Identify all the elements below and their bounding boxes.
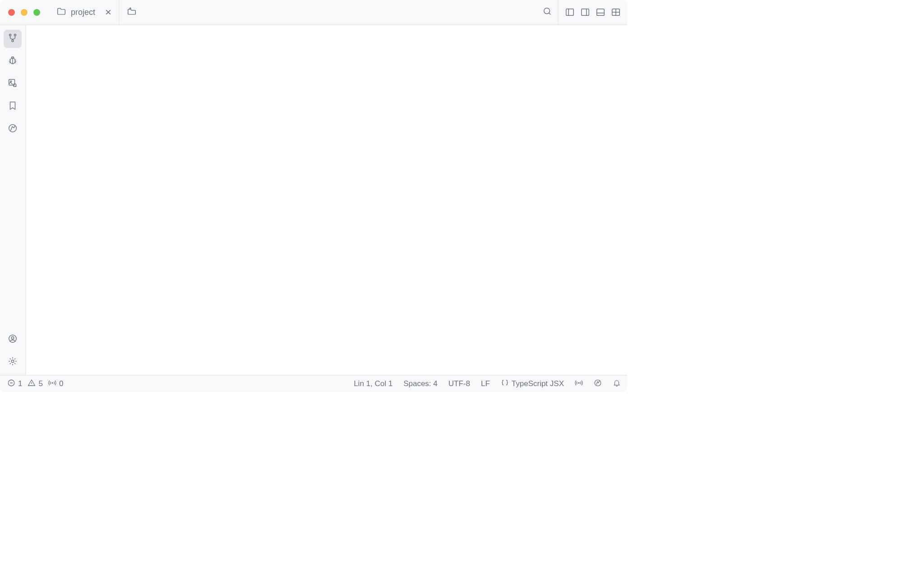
broadcast-icon — [575, 379, 583, 389]
search-button[interactable] — [537, 0, 559, 25]
close-window-dot[interactable] — [8, 9, 15, 16]
status-error-count: 1 — [18, 379, 22, 388]
sidebar-item-settings[interactable] — [4, 353, 22, 371]
sidebar-item-web[interactable] — [4, 120, 22, 138]
warning-icon — [28, 379, 36, 389]
panel-bottom-icon[interactable] — [596, 7, 605, 17]
status-cursor-label: Lin 1, Col 1 — [354, 379, 393, 388]
status-notifications[interactable] — [607, 379, 623, 389]
status-cursor-position[interactable]: Lin 1, Col 1 — [348, 379, 398, 388]
titlebar: project — [0, 0, 627, 25]
status-broadcast-left[interactable]: 0 — [46, 379, 66, 389]
traffic-lights — [0, 0, 49, 24]
titlebar-right — [537, 0, 627, 24]
svg-point-6 — [14, 34, 16, 36]
open-folder-icon — [127, 6, 137, 18]
copilot-icon — [594, 379, 602, 389]
status-indentation[interactable]: Spaces: 4 — [398, 379, 443, 388]
panel-grid-icon[interactable] — [611, 7, 621, 17]
git-branch-icon — [8, 33, 18, 45]
status-line-ending[interactable]: LF — [476, 379, 495, 388]
error-icon — [7, 379, 15, 389]
svg-rect-1 — [566, 9, 574, 16]
middle-area — [0, 25, 627, 375]
status-broadcast-right[interactable] — [569, 379, 588, 389]
bell-icon — [613, 379, 621, 389]
status-copilot[interactable] — [588, 379, 607, 389]
sidebar-item-vcs[interactable] — [4, 30, 22, 48]
project-tab[interactable]: project — [49, 0, 120, 24]
status-errors[interactable]: 1 — [5, 379, 25, 389]
svg-rect-2 — [582, 9, 589, 16]
status-warning-count: 5 — [38, 379, 42, 388]
search-icon — [542, 6, 552, 18]
status-broadcast-count: 0 — [59, 379, 63, 388]
svg-point-15 — [11, 360, 14, 363]
svg-point-5 — [9, 34, 11, 36]
close-tab-icon[interactable] — [103, 7, 113, 17]
statusbar-right: Lin 1, Col 1 Spaces: 4 UTF-8 LF TypeScri… — [348, 379, 623, 389]
layout-buttons — [559, 7, 627, 17]
status-line-ending-label: LF — [481, 379, 490, 388]
user-circle-icon — [8, 334, 18, 345]
globe-draw-icon — [8, 123, 18, 135]
bookmark-icon — [8, 101, 18, 112]
sidebar-item-search[interactable] — [4, 75, 22, 93]
maximize-window-dot[interactable] — [33, 9, 40, 16]
sidebar-item-bookmarks[interactable] — [4, 98, 22, 116]
status-indent-label: Spaces: 4 — [403, 379, 438, 388]
project-tab-label: project — [71, 8, 95, 17]
left-sidebar — [0, 25, 26, 375]
tab-area: project — [49, 0, 537, 24]
editor-area[interactable] — [26, 25, 627, 375]
panel-left-icon[interactable] — [565, 7, 575, 17]
panel-right-icon[interactable] — [580, 7, 590, 17]
image-search-icon — [8, 78, 18, 90]
svg-rect-3 — [597, 9, 605, 16]
status-encoding-label: UTF-8 — [448, 379, 470, 388]
gear-icon — [8, 356, 18, 368]
open-project-button[interactable] — [120, 0, 144, 24]
sidebar-item-account[interactable] — [4, 331, 22, 349]
svg-point-17 — [52, 382, 53, 383]
folder-icon — [56, 6, 66, 19]
svg-point-18 — [578, 382, 579, 383]
svg-point-7 — [12, 40, 14, 42]
status-encoding[interactable]: UTF-8 — [443, 379, 476, 388]
status-language-label: TypeScript JSX — [512, 379, 564, 388]
broadcast-icon — [48, 379, 56, 389]
bug-icon — [8, 56, 18, 67]
status-warnings[interactable]: 5 — [25, 379, 45, 389]
svg-point-14 — [11, 336, 14, 339]
svg-point-0 — [544, 8, 550, 14]
svg-point-19 — [595, 380, 601, 386]
sidebar-item-debug[interactable] — [4, 52, 22, 70]
statusbar: 1 5 0 Lin 1, Col 1 Spaces: 4 UTF-8 LF Ty… — [0, 375, 627, 392]
minimize-window-dot[interactable] — [21, 9, 28, 16]
status-language[interactable]: TypeScript JSX — [495, 379, 569, 389]
braces-icon — [501, 379, 509, 389]
